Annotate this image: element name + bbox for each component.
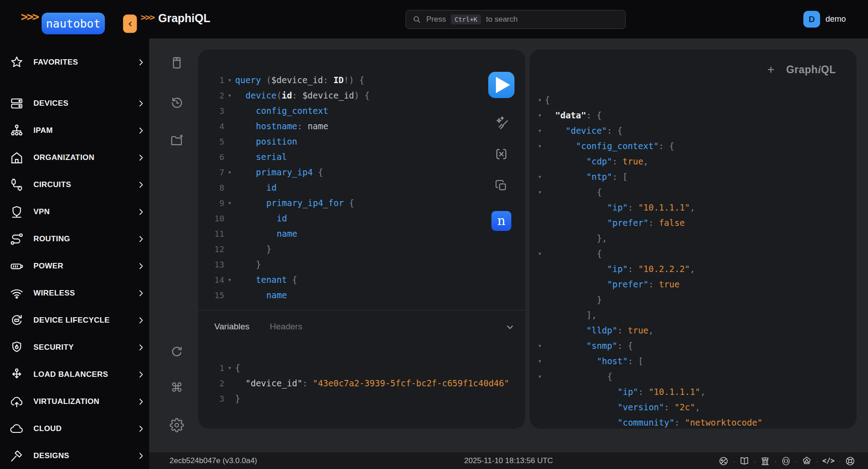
nautobot-logo[interactable]: nautobot bbox=[42, 13, 105, 34]
sidebar-item-routing[interactable]: ROUTING bbox=[0, 228, 149, 250]
variables-divider bbox=[198, 310, 525, 310]
chevron-right-icon bbox=[137, 181, 145, 189]
torii-gate-icon[interactable] bbox=[760, 456, 770, 466]
fold-arrow-icon[interactable]: ▾ bbox=[224, 277, 235, 283]
fold-arrow-icon[interactable]: ▾ bbox=[535, 358, 545, 364]
building-icon bbox=[9, 150, 24, 165]
sidebar-item-load-balancers[interactable]: LOAD BALANCERS bbox=[0, 364, 149, 385]
sidebar-item-cloud[interactable]: CLOUD bbox=[0, 418, 149, 440]
fold-arrow-icon[interactable]: ▾ bbox=[535, 97, 545, 103]
code-text: "version": "2c", bbox=[545, 402, 700, 412]
code-text: } bbox=[235, 244, 271, 254]
code-text: "lldp": true, bbox=[545, 325, 654, 335]
top-bar: >>> nautobot >>> GraphiQL Press Ctrl+K t… bbox=[0, 0, 868, 38]
prettify-query-icon[interactable] bbox=[494, 115, 509, 130]
keyboard-shortcuts-icon[interactable]: ⌘ bbox=[170, 380, 184, 395]
code-text: tenant { bbox=[235, 275, 297, 285]
fold-arrow-icon[interactable]: ▾ bbox=[535, 343, 545, 349]
response-code-line: ▾{ bbox=[529, 246, 852, 261]
history-icon[interactable] bbox=[170, 95, 184, 110]
star-icon bbox=[9, 55, 24, 70]
fold-arrow-icon[interactable]: ▾ bbox=[535, 143, 545, 149]
chevron-right-icon bbox=[137, 58, 145, 66]
merge-fragments-icon[interactable] bbox=[494, 146, 509, 162]
user-menu[interactable]: D demo bbox=[803, 11, 846, 28]
docs-book-icon[interactable] bbox=[739, 456, 750, 466]
route-icon bbox=[9, 232, 24, 246]
code-text: { bbox=[545, 95, 550, 105]
fold-arrow-icon[interactable]: ▾ bbox=[535, 189, 545, 195]
response-panel: + GraphiQL ▾{▾"data": {▾"device": {▾"con… bbox=[529, 49, 857, 429]
fold-arrow-icon[interactable]: ▾ bbox=[535, 128, 545, 134]
fold-arrow-icon[interactable]: ▾ bbox=[224, 365, 235, 371]
code-text: "ntp": [ bbox=[545, 172, 628, 182]
fold-arrow-icon[interactable]: ▾ bbox=[535, 113, 545, 118]
fold-arrow-icon[interactable]: ▾ bbox=[535, 174, 545, 180]
sidebar-item-ipam[interactable]: IPAM bbox=[0, 120, 149, 141]
nautobot-plugin-icon[interactable]: n bbox=[491, 211, 511, 231]
sidebar-item-security[interactable]: SECURITY bbox=[0, 337, 149, 358]
tab-variables[interactable]: Variables bbox=[214, 322, 250, 332]
editor-code-line: 7▾primary_ip4 { bbox=[198, 164, 482, 180]
fold-arrow-icon[interactable]: ▾ bbox=[535, 374, 545, 380]
fold-arrow-icon[interactable]: ▾ bbox=[224, 169, 235, 175]
line-number: 5 bbox=[198, 137, 224, 146]
sidebar-item-power[interactable]: POWER bbox=[0, 255, 149, 277]
cable-icon bbox=[9, 178, 24, 192]
theme-toggle-icon[interactable] bbox=[718, 456, 729, 466]
docs-panel-icon[interactable] bbox=[170, 56, 184, 70]
execute-query-button[interactable] bbox=[488, 72, 514, 98]
code-text: name bbox=[235, 229, 297, 239]
sidebar-item-devices[interactable]: DEVICES bbox=[0, 93, 149, 114]
settings-gear-icon[interactable] bbox=[170, 418, 184, 432]
sidebar-item-favorites[interactable]: FAVORITES bbox=[0, 52, 149, 73]
code-text: "ip": "10.2.2.2", bbox=[545, 264, 695, 274]
sidebar-item-wireless[interactable]: WIRELESS bbox=[0, 282, 149, 304]
query-editor[interactable]: 1▾query ($device_id: ID!) {2▾device(id: … bbox=[198, 72, 482, 303]
code-text: id bbox=[235, 183, 277, 192]
tab-headers[interactable]: Headers bbox=[270, 322, 302, 332]
code-text: "cdp": true, bbox=[545, 156, 648, 166]
response-code-line: }, bbox=[529, 230, 852, 246]
separator-dot: · bbox=[774, 457, 777, 465]
sidebar-item-organization[interactable]: ORGANIZATION bbox=[0, 147, 149, 169]
chevron-right-icon bbox=[137, 127, 145, 135]
avatar: D bbox=[803, 11, 820, 28]
new-tab-plus-icon[interactable]: + bbox=[767, 64, 774, 76]
code-icon[interactable]: </> bbox=[822, 457, 835, 465]
editor-code-line: 3config_context bbox=[198, 103, 482, 118]
refetch-schema-icon[interactable] bbox=[170, 345, 184, 359]
chevron-down-icon[interactable] bbox=[505, 322, 515, 333]
sidebar-collapse-button[interactable] bbox=[123, 14, 137, 33]
response-code-line: ▾"data": { bbox=[529, 108, 852, 123]
sidebar-item-designs[interactable]: DESIGNS bbox=[0, 445, 149, 467]
help-lifebuoy-icon[interactable] bbox=[845, 456, 855, 466]
line-number: 14 bbox=[198, 275, 224, 285]
sidebar-item-virtualization[interactable]: VIRTUALIZATION bbox=[0, 391, 149, 413]
chevron-right-icon bbox=[137, 316, 145, 324]
folder-plus-icon[interactable] bbox=[170, 133, 184, 148]
variables-editor[interactable]: 1▾{2"device_id": "43e0c7a2-3939-5fcf-bc2… bbox=[198, 360, 516, 406]
line-number: 12 bbox=[198, 244, 224, 254]
copy-query-icon[interactable] bbox=[495, 179, 508, 192]
line-number: 6 bbox=[198, 152, 224, 162]
line-number: 9 bbox=[198, 198, 224, 208]
sidebar-item-circuits[interactable]: CIRCUITS bbox=[0, 174, 149, 196]
fold-arrow-icon[interactable]: ▾ bbox=[224, 93, 235, 98]
graphql-logo-icon[interactable] bbox=[802, 456, 812, 466]
fold-arrow-icon[interactable]: ▾ bbox=[535, 251, 545, 257]
api-braces-icon[interactable] bbox=[781, 456, 791, 466]
fold-arrow-icon[interactable]: ▾ bbox=[224, 77, 235, 83]
editor-code-line: 14▾tenant { bbox=[198, 272, 482, 287]
sidebar-item-device-lifecycle[interactable]: DEVICE LIFECYCLE bbox=[0, 310, 149, 331]
response-code-line: ▾{ bbox=[529, 92, 852, 108]
search-kbd-shortcut: Ctrl+K bbox=[451, 14, 481, 24]
code-text: "host": [ bbox=[545, 356, 643, 366]
sidebar-item-vpn[interactable]: VPN bbox=[0, 201, 149, 223]
fold-arrow-icon[interactable]: ▾ bbox=[224, 200, 235, 206]
graphiql-logo: GraphiQL bbox=[786, 64, 836, 76]
code-text: "ip": "10.1.1.1", bbox=[545, 202, 695, 212]
search-input[interactable]: Press Ctrl+K to search bbox=[406, 10, 626, 29]
code-text: } bbox=[235, 394, 240, 403]
response-viewer: ▾{▾"data": {▾"device": {▾"config_context… bbox=[529, 92, 852, 429]
